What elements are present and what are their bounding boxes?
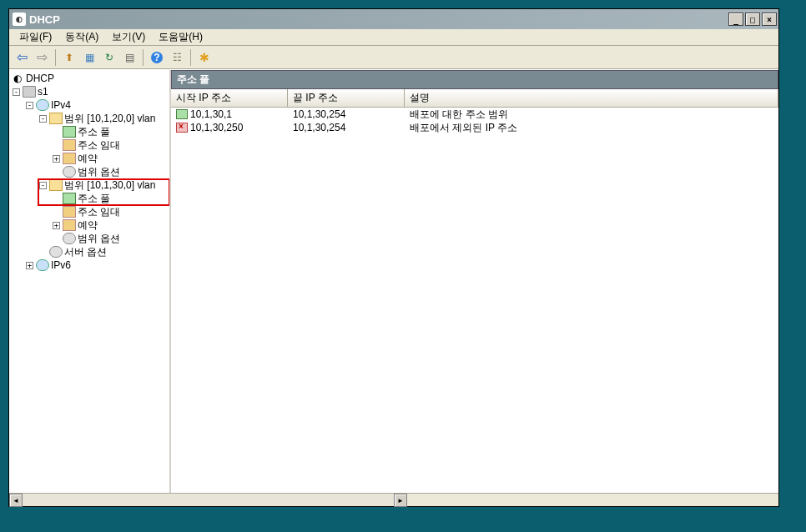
range-icon — [176, 109, 188, 119]
collapse-icon[interactable]: - — [26, 102, 33, 109]
cell-end-ip: 10,1,30,254 — [288, 108, 405, 120]
tree-pool-label: 주소 풀 — [78, 192, 110, 206]
server-options-icon — [49, 246, 63, 258]
content-panel: 주소 풀 시작 IP 주소 끝 IP 주소 설명 10,1,30,1 10,1,… — [171, 70, 778, 493]
cell-desc: 배포에 대한 주소 범위 — [405, 108, 778, 122]
pool-icon — [63, 193, 76, 204]
collapse-icon[interactable]: - — [39, 115, 47, 123]
tree-lease-label: 주소 임대 — [78, 138, 120, 153]
reservation-icon — [63, 219, 76, 231]
tree-server-options-label: 서버 옵션 — [64, 245, 107, 259]
app-icon: ◐ — [13, 13, 26, 26]
grip-area — [407, 494, 778, 506]
main-content: ◐ DHCP - s1 - IPv4 - 범위 [10,1,20,0] vlan — [9, 69, 778, 493]
tree-ipv6[interactable]: + IPv6 — [9, 258, 169, 272]
tree-server-options[interactable]: 서버 옵션 — [9, 245, 169, 258]
forward-icon: ⇨ — [37, 49, 48, 65]
properties-button[interactable]: ▦ — [80, 48, 98, 67]
tree-server[interactable]: - s1 — [9, 85, 169, 98]
lease-icon — [63, 206, 76, 218]
tree-ipv4[interactable]: - IPv4 — [9, 98, 169, 112]
column-start-ip[interactable]: 시작 IP 주소 — [171, 89, 288, 107]
scroll-track[interactable] — [23, 494, 394, 506]
toolbar: ⇦ ⇨ ⬆ ▦ ↻ ▤ ? ☷ ✱ — [9, 46, 778, 69]
column-description[interactable]: 설명 — [405, 89, 778, 107]
forward-button[interactable]: ⇨ — [33, 48, 51, 67]
export-icon: ▤ — [125, 52, 134, 63]
menu-action[interactable]: 동작(A) — [58, 28, 105, 46]
tree-root[interactable]: ◐ DHCP — [9, 72, 169, 85]
tree-pool-label: 주소 풀 — [78, 125, 110, 139]
tree-scope1[interactable]: - 범위 [10,1,20,0] vlan — [9, 112, 169, 125]
star-button[interactable]: ✱ — [195, 48, 214, 67]
reservation-icon — [63, 153, 76, 164]
scroll-left-button[interactable]: ◄ — [9, 494, 23, 507]
column-end-ip[interactable]: 끝 IP 주소 — [288, 89, 405, 107]
up-icon: ⬆ — [65, 52, 73, 63]
filter-button[interactable]: ☷ — [168, 48, 186, 67]
separator-icon — [55, 49, 56, 66]
tree-options-label: 범위 옵션 — [78, 232, 120, 246]
tree-panel[interactable]: ◐ DHCP - s1 - IPv4 - 범위 [10,1,20,0] vlan — [9, 70, 171, 493]
menu-help[interactable]: 도움말(H) — [152, 28, 209, 46]
dhcp-window: ◐ DHCP _ □ × 파일(F) 동작(A) 보기(V) 도움말(H) ⇦ … — [8, 8, 779, 507]
menu-file[interactable]: 파일(F) — [13, 28, 58, 46]
expand-icon[interactable]: + — [26, 262, 33, 269]
maximize-button[interactable]: □ — [745, 13, 760, 26]
collapse-icon[interactable]: - — [39, 182, 47, 189]
back-icon: ⇦ — [17, 49, 28, 65]
tree-scope1-pool[interactable]: 주소 풀 — [9, 125, 169, 138]
tree-ipv4-label: IPv4 — [51, 99, 71, 111]
collapse-icon[interactable]: - — [13, 88, 20, 96]
window-title: DHCP — [29, 13, 728, 26]
tree-scope1-options[interactable]: 범위 옵션 — [9, 165, 169, 178]
tree-reservation-label: 예약 — [78, 218, 98, 233]
tree-root-label: DHCP — [26, 73, 54, 84]
tree-options-label: 범위 옵션 — [78, 165, 120, 179]
expand-icon[interactable]: + — [53, 155, 60, 163]
tree-scope2-reservation[interactable]: + 예약 — [9, 218, 169, 232]
tree-scope2-lease[interactable]: 주소 임대 — [9, 205, 169, 218]
refresh-button[interactable]: ↻ — [100, 48, 118, 67]
scroll-right-button[interactable]: ► — [394, 494, 407, 507]
cell-end-ip: 10,1,30,254 — [288, 122, 405, 133]
dhcp-icon: ◐ — [11, 73, 24, 84]
tree-lease-label: 주소 임대 — [78, 205, 120, 219]
list-body[interactable]: 10,1,30,1 10,1,30,254 배포에 대한 주소 범위 10,1,… — [171, 108, 778, 493]
lease-icon — [63, 139, 76, 151]
filter-icon: ☷ — [173, 52, 182, 63]
tree-scope2-options[interactable]: 범위 옵션 — [9, 232, 169, 245]
tree-ipv6-label: IPv6 — [51, 259, 71, 271]
options-icon — [63, 233, 76, 244]
titlebar[interactable]: ◐ DHCP _ □ × — [9, 9, 778, 29]
up-button[interactable]: ⬆ — [60, 48, 78, 67]
minimize-button[interactable]: _ — [728, 13, 743, 26]
menu-view[interactable]: 보기(V) — [105, 28, 152, 46]
ipv6-icon — [36, 259, 49, 271]
horizontal-scrollbar[interactable]: ◄ ► — [9, 493, 778, 506]
expand-icon[interactable]: + — [53, 222, 60, 229]
export-button[interactable]: ▤ — [120, 48, 139, 67]
tree-server-label: s1 — [38, 86, 48, 98]
pool-icon — [63, 126, 76, 138]
separator-icon — [143, 49, 144, 66]
cell-desc: 배포에서 제외된 IP 주소 — [405, 121, 778, 135]
table-row[interactable]: 10,1,30,250 10,1,30,254 배포에서 제외된 IP 주소 — [171, 121, 778, 134]
table-row[interactable]: 10,1,30,1 10,1,30,254 배포에 대한 주소 범위 — [171, 108, 778, 121]
tree-scope1-lease[interactable]: 주소 임대 — [9, 138, 169, 152]
tree-scope1-reservation[interactable]: + 예약 — [9, 152, 169, 165]
close-button[interactable]: × — [762, 13, 777, 26]
tree-scope1-label: 범위 [10,1,20,0] vlan — [64, 112, 155, 126]
back-button[interactable]: ⇦ — [13, 48, 31, 67]
cell-start-ip: 10,1,30,1 — [171, 108, 288, 120]
list-header: 시작 IP 주소 끝 IP 주소 설명 — [171, 89, 778, 108]
help-button[interactable]: ? — [148, 48, 166, 67]
cell-value: 10,1,30,1 — [190, 108, 232, 120]
tree-scope2[interactable]: - 범위 [10,1,30,0] vlan — [9, 178, 169, 192]
tree-scope2-pool[interactable]: 주소 풀 — [9, 192, 169, 205]
star-icon: ✱ — [199, 51, 209, 64]
help-icon: ? — [151, 52, 163, 63]
exclude-icon — [176, 123, 188, 133]
tree-scope2-label: 범위 [10,1,30,0] vlan — [64, 178, 155, 193]
content-header: 주소 풀 — [171, 70, 778, 89]
